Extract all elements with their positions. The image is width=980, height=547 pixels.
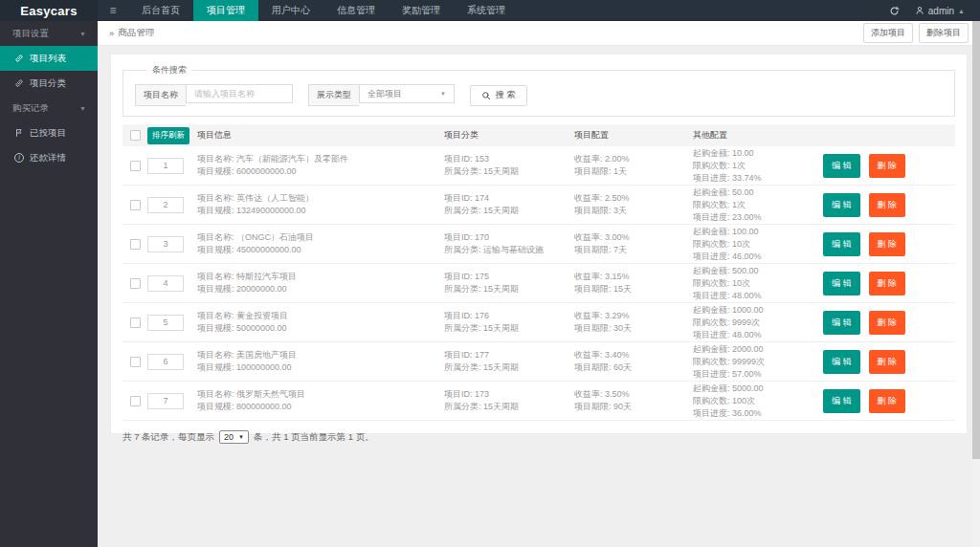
topbar: Easycars ≡ 后台首页 项目管理 用户中心 信息管理 奖励管理 系统管理… (0, 0, 980, 21)
sidebar-item-invested-projects[interactable]: 已投项目 (0, 120, 98, 145)
top-nav-item-user[interactable]: 用户中心 (258, 0, 323, 21)
project-scale: 项目规模: 50000000.00 (197, 322, 438, 335)
top-nav-item-system[interactable]: 系统管理 (454, 0, 519, 21)
project-category: 所属分类: 运输与基础设施 (444, 244, 568, 256)
row-checkbox[interactable] (130, 200, 141, 210)
chevron-down-icon: ▼ (238, 434, 244, 440)
scrollbar-thumb[interactable] (972, 21, 980, 459)
edit-button[interactable]: 编 辑 (823, 193, 860, 217)
chevron-down-icon: ▼ (79, 31, 86, 37)
row-checkbox[interactable] (130, 278, 141, 289)
project-progress: 项目进度: 57.00% (693, 368, 817, 381)
row-checkbox[interactable] (130, 239, 141, 250)
project-term: 项目期限: 3天 (574, 205, 687, 217)
project-min-amount: 起购金额: 100.00 (693, 226, 817, 238)
sidebar-item-label: 已投项目 (30, 127, 66, 140)
breadcrumb: » 商品管理 添加项目 删除项目 (98, 21, 980, 46)
project-id: 项目ID: 174 (444, 192, 568, 205)
user-name: admin (928, 6, 954, 16)
delete-button[interactable]: 删 除 (869, 350, 906, 374)
sidebar-item-repayment-details[interactable]: i 还款详情 (0, 145, 98, 170)
sidebar: 项目设置 ▼ 项目列表 项目分类 购买记录 ▼ 已投项目 i 还款 (0, 21, 98, 547)
menu-toggle-icon[interactable]: ≡ (98, 0, 128, 21)
sidebar-item-label: 项目分类 (30, 77, 66, 90)
delete-button[interactable]: 删 除 (869, 232, 906, 256)
row-checkbox[interactable] (130, 396, 141, 406)
header-project-config: 项目配置 (574, 129, 693, 142)
edit-button[interactable]: 编 辑 (823, 350, 860, 374)
project-min-amount: 起购金额: 2000.00 (693, 343, 817, 356)
search-button[interactable]: 搜 索 (470, 85, 527, 106)
project-min-amount: 起购金额: 500.00 (693, 265, 817, 277)
top-nav-item-home[interactable]: 后台首页 (128, 0, 193, 21)
link-icon (14, 54, 24, 63)
project-name: 项目名称: 英伟达（人工智能） (197, 192, 438, 205)
project-limit-count: 限购次数: 99999次 (693, 356, 817, 368)
project-id: 项目ID: 177 (444, 349, 568, 361)
project-category: 所属分类: 15天周期 (444, 165, 568, 178)
sort-order-input[interactable] (147, 275, 184, 292)
project-id: 项目ID: 173 (444, 388, 568, 401)
top-nav-item-reward[interactable]: 奖励管理 (389, 0, 454, 21)
project-min-amount: 起购金额: 50.00 (693, 186, 817, 199)
project-scale: 项目规模: 6000000000.00 (197, 165, 438, 178)
sidebar-item-project-list[interactable]: 项目列表 (0, 46, 98, 71)
header-other-config: 其他配置 (693, 129, 823, 142)
edit-button[interactable]: 编 辑 (823, 154, 860, 178)
sidebar-item-project-category[interactable]: 项目分类 (0, 71, 98, 96)
edit-button[interactable]: 编 辑 (823, 272, 860, 295)
delete-project-button[interactable]: 删除项目 (919, 23, 969, 43)
row-checkbox[interactable] (130, 317, 141, 328)
row-checkbox[interactable] (130, 357, 141, 367)
project-scale: 项目规模: 132490000000.00 (197, 205, 438, 217)
edit-button[interactable]: 编 辑 (823, 232, 860, 256)
project-name-input[interactable] (186, 84, 293, 103)
page-title: 商品管理 (118, 27, 154, 39)
add-project-button[interactable]: 添加项目 (863, 23, 913, 43)
page-size-select[interactable]: 20 ▼ (219, 430, 249, 444)
project-min-amount: 起购金额: 10.00 (693, 147, 817, 160)
display-type-value: 全部项目 (368, 88, 402, 100)
project-rate: 收益率: 3.15% (574, 271, 687, 283)
delete-button[interactable]: 删 除 (869, 193, 906, 217)
row-checkbox[interactable] (130, 161, 141, 171)
table-row: 项目名称: 俄罗斯天然气项目 项目规模: 800000000.00 项目ID: … (122, 382, 955, 421)
sidebar-group-purchase-records[interactable]: 购买记录 ▼ (0, 96, 98, 120)
project-progress: 项目进度: 36.00% (693, 407, 817, 420)
pagination-suffix: 条，共 1 页当前显示第 1 页。 (254, 431, 374, 444)
top-nav-item-project[interactable]: 项目管理 (193, 0, 258, 21)
content: 条件搜索 项目名称 展示类型 全部项目 ▼ (98, 46, 980, 547)
project-progress: 项目进度: 46.00% (693, 251, 817, 263)
sort-order-input[interactable] (147, 354, 184, 370)
refresh-icon[interactable] (889, 6, 900, 16)
project-rate: 收益率: 2.50% (574, 192, 687, 205)
display-type-select[interactable]: 全部项目 ▼ (359, 84, 455, 103)
project-rate: 收益率: 2.00% (574, 153, 687, 165)
project-rate: 收益率: 3.00% (574, 231, 687, 244)
project-id: 项目ID: 175 (444, 271, 568, 283)
user-icon (915, 6, 924, 15)
table-row: 项目名称: 黄金投资项目 项目规模: 50000000.00 项目ID: 176… (122, 303, 955, 342)
edit-button[interactable]: 编 辑 (823, 389, 860, 413)
chevron-down-icon: ▼ (79, 105, 86, 112)
user-menu[interactable]: admin ▲ (915, 6, 965, 16)
project-term: 项目期限: 90天 (574, 401, 687, 413)
sort-refresh-button[interactable]: 排序刷新 (147, 127, 189, 144)
delete-button[interactable]: 删 除 (869, 311, 906, 335)
top-nav-item-info[interactable]: 信息管理 (323, 0, 389, 21)
sort-order-input[interactable] (147, 197, 184, 213)
sort-order-input[interactable] (147, 236, 184, 252)
sidebar-group-project-settings[interactable]: 项目设置 ▼ (0, 21, 98, 46)
info-icon: i (14, 153, 24, 163)
select-all-checkbox[interactable] (130, 130, 141, 141)
project-name-filter: 项目名称 (135, 84, 293, 106)
delete-button[interactable]: 删 除 (869, 272, 906, 295)
search-button-label: 搜 索 (496, 89, 516, 101)
edit-button[interactable]: 编 辑 (823, 311, 860, 335)
sidebar-item-label: 项目列表 (30, 53, 66, 65)
sort-order-input[interactable] (147, 158, 184, 174)
sort-order-input[interactable] (147, 393, 184, 409)
sort-order-input[interactable] (147, 315, 184, 331)
delete-button[interactable]: 删 除 (869, 389, 906, 413)
delete-button[interactable]: 删 除 (869, 154, 906, 178)
